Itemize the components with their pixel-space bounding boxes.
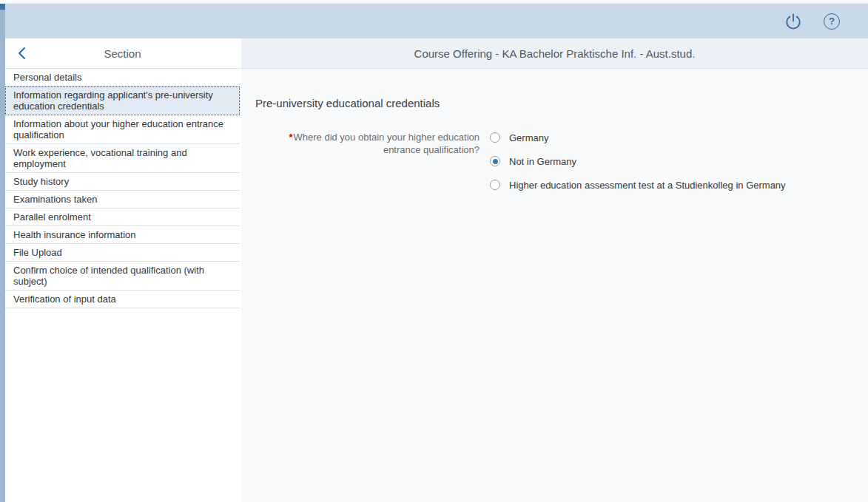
sidebar-item[interactable]: Parallel enrolment bbox=[5, 208, 240, 226]
sidebar-header: Section bbox=[5, 38, 240, 69]
radio-selected-icon[interactable] bbox=[490, 156, 500, 166]
power-logoff-button[interactable] bbox=[784, 12, 803, 31]
power-icon bbox=[784, 12, 803, 31]
sidebar-title: Section bbox=[5, 47, 240, 60]
page-title: Course Offering - KA Bachelor Praktische… bbox=[414, 47, 696, 60]
sidebar-item[interactable]: Information about your higher education … bbox=[5, 115, 240, 144]
sidebar-item[interactable]: Health insurance information bbox=[5, 226, 240, 244]
help-button[interactable]: ? bbox=[822, 12, 841, 31]
form-area: Pre-university educational credentials *… bbox=[241, 69, 868, 502]
radio-option[interactable]: Germany bbox=[487, 126, 786, 149]
chevron-left-icon bbox=[16, 47, 27, 60]
sidebar-item[interactable]: File Upload bbox=[5, 244, 240, 262]
left-edge-strip bbox=[0, 4, 5, 502]
back-button[interactable] bbox=[15, 46, 28, 61]
section-sidebar: Section Personal detailsInformation rega… bbox=[5, 38, 240, 502]
sidebar-item[interactable]: Personal details bbox=[5, 69, 240, 87]
radio-option[interactable]: Higher education assessment test at a St… bbox=[487, 173, 786, 197]
sidebar-item[interactable]: Confirm choice of intended qualification… bbox=[5, 262, 240, 291]
sidebar-item[interactable]: Verification of input data bbox=[5, 291, 240, 308]
sidebar-item[interactable]: Work experience, vocational training and… bbox=[5, 144, 240, 173]
required-asterisk: * bbox=[289, 132, 292, 143]
radio-unselected-icon[interactable] bbox=[490, 132, 500, 143]
radio-option-label: Not in Germany bbox=[509, 156, 576, 167]
sidebar-item[interactable]: Examinations taken bbox=[5, 191, 240, 208]
left-edge-strip-accent bbox=[0, 4, 5, 10]
shell-header-bar: ? bbox=[0, 4, 868, 38]
radio-unselected-icon[interactable] bbox=[490, 180, 500, 190]
radio-option[interactable]: Not in Germany bbox=[487, 149, 786, 173]
main-panel: Course Offering - KA Bachelor Praktische… bbox=[241, 38, 868, 502]
question-label: *Where did you obtain your higher educat… bbox=[255, 126, 480, 156]
sidebar-item[interactable]: Information regarding applicant's pre-un… bbox=[5, 87, 240, 115]
sidebar-list: Personal detailsInformation regarding ap… bbox=[5, 69, 240, 308]
question-row: *Where did you obtain your higher educat… bbox=[255, 126, 853, 197]
radio-option-label: Germany bbox=[509, 132, 548, 143]
question-label-text: Where did you obtain your higher educati… bbox=[294, 132, 480, 155]
sidebar-item[interactable]: Study history bbox=[5, 173, 240, 191]
radio-group: GermanyNot in GermanyHigher education as… bbox=[487, 126, 786, 197]
app-content: Section Personal detailsInformation rega… bbox=[0, 38, 868, 502]
radio-option-label: Higher education assessment test at a St… bbox=[509, 180, 786, 191]
main-header-bar: Course Offering - KA Bachelor Praktische… bbox=[241, 38, 868, 69]
help-icon: ? bbox=[824, 13, 840, 30]
form-section-heading: Pre-university educational credentials bbox=[255, 97, 853, 110]
